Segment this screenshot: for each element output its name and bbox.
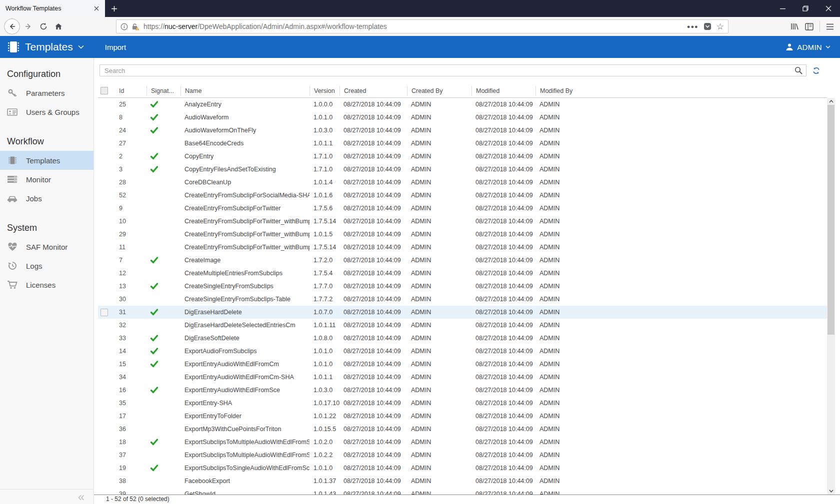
result-count: 1 - 52 of 52 (0 selected) (106, 496, 170, 503)
reload-button[interactable] (36, 19, 51, 34)
back-button[interactable] (4, 18, 20, 34)
signed-check-icon (150, 257, 158, 264)
row-select-cell (98, 306, 115, 319)
row-select-cell (98, 280, 115, 293)
column-header-id[interactable]: Id (115, 86, 146, 96)
menu-hamburger-icon[interactable] (826, 23, 834, 30)
cell-id: 37 (115, 449, 146, 462)
scroll-down-icon[interactable] (827, 488, 835, 495)
table-row[interactable]: 35 ExportEntry-SHA 1.0.17.10 08/27/2018 … (98, 397, 827, 410)
table-row[interactable]: 3 CopyEntryFilesAndSetToExisting 1.7.1.0… (98, 163, 827, 176)
column-header-created-by[interactable]: Created By (407, 86, 472, 96)
table-row[interactable]: 16 ExportEntryAudioWithEdlFromSce 1.0.3.… (98, 384, 827, 397)
vertical-scrollbar[interactable] (827, 98, 835, 495)
table-row[interactable]: 37 ExportSubclipsToMultipleAudioWithEdlF… (98, 449, 827, 462)
table-row[interactable]: 31 DigEraseHardDelete 1.0.7.0 08/27/2018… (98, 306, 827, 319)
column-header-created[interactable]: Created (340, 86, 407, 96)
table-row[interactable]: 36 ExportMp3WithCuePointsForTriton 1.0.1… (98, 423, 827, 436)
search-icon[interactable] (794, 66, 802, 74)
url-bar[interactable]: https://nuc-server/DpeWebApplication/Adm… (116, 19, 728, 33)
column-header-signat[interactable]: Signat... (146, 86, 180, 96)
forward-button[interactable] (21, 19, 36, 34)
table-row[interactable]: 2 CopyEntry 1.7.1.0 08/27/2018 10:44:09 … (98, 150, 827, 163)
table-row[interactable]: 10 CreateEntryFromSubclipForTwitter_with… (98, 215, 827, 228)
table-row[interactable]: 9 CreateEntryFromSubclipForTwitter 1.7.5… (98, 202, 827, 215)
tab-title: Workflow Templates (6, 5, 92, 12)
search-input[interactable] (100, 64, 806, 76)
user-menu[interactable]: ADMIN (786, 43, 834, 51)
scroll-up-icon[interactable] (827, 98, 835, 105)
page-info-icon[interactable] (120, 23, 128, 30)
browser-tab[interactable]: Workflow Templates (0, 0, 105, 17)
cell-signature (146, 293, 180, 306)
menu-item-import[interactable]: Import (105, 43, 126, 51)
close-button[interactable] (817, 0, 840, 17)
table-row[interactable]: 27 Base64EncodeCreds 1.0.1.1 08/27/2018 … (98, 137, 827, 150)
table-row[interactable]: 24 AudioWaveformOnTheFly 1.0.3.0 08/27/2… (98, 124, 827, 137)
table-row[interactable]: 15 ExportEntryAudioWithEdlFromCm 1.0.1.0… (98, 358, 827, 371)
table-row[interactable]: 33 DigEraseSoftDelete 1.0.8.0 08/27/2018… (98, 332, 827, 345)
table-row[interactable]: 38 FacebookExport 1.0.1.37 08/27/2018 10… (98, 475, 827, 488)
library-icon[interactable] (790, 22, 799, 30)
table-row[interactable]: 12 CreateMultipleEntriesFromSubclips 1.7… (98, 267, 827, 280)
scrollbar-thumb[interactable] (828, 105, 834, 335)
cell-modified: 08/27/2018 10:44:09 (472, 176, 536, 189)
cell-version: 1.0.1.11 (310, 319, 340, 332)
refresh-list-icon[interactable] (811, 64, 821, 76)
select-all-checkbox[interactable] (100, 87, 108, 94)
page-actions-icon[interactable]: ●●● (687, 23, 698, 29)
column-header-modified[interactable]: Modified (472, 86, 536, 96)
sidebar-toggle-icon[interactable] (805, 23, 814, 30)
table-row[interactable]: 11 CreateEntryFromSubclipForTwitter_with… (98, 241, 827, 254)
pocket-icon[interactable] (704, 22, 712, 30)
home-button[interactable] (51, 19, 66, 34)
new-tab-button[interactable] (105, 0, 123, 17)
sidebar-item-label: Parameters (26, 89, 65, 97)
title-chevron-down-icon[interactable] (78, 45, 84, 49)
column-header-modified-by[interactable]: Modified By (536, 86, 827, 96)
sidebar-item-templates[interactable]: Templates (0, 151, 94, 170)
cell-modified-by: ADMIN (536, 358, 827, 371)
column-header-name[interactable]: Name (180, 86, 310, 96)
table-row[interactable]: 17 ExportEntryToFolder 1.0.1.22 08/27/20… (98, 410, 827, 423)
table-row[interactable]: 39 GetShowId 1.0.1.43 08/27/2018 10:44:0… (98, 488, 827, 495)
cell-name: FacebookExport (180, 475, 310, 488)
table-row[interactable]: 7 CreateImage 1.7.2.0 08/27/2018 10:44:0… (98, 254, 827, 267)
browser-titlebar: Workflow Templates (0, 0, 840, 17)
table-row[interactable]: 30 CreateSingleEntryFromSubclips-Table 1… (98, 293, 827, 306)
table-row[interactable]: 34 ExportEntryAudioWithEdlFromCm-SHA 1.0… (98, 371, 827, 384)
tab-close-icon[interactable] (92, 4, 101, 13)
sidebar-item-licenses[interactable]: Licenses (0, 275, 94, 294)
minimize-button[interactable] (771, 0, 794, 17)
cell-created-by: ADMIN (407, 449, 472, 462)
row-checkbox[interactable] (100, 309, 108, 316)
sidebar-item-monitor[interactable]: Monitor (0, 170, 94, 189)
sidebar-item-users-groups[interactable]: Users & Groups (0, 102, 94, 121)
table-row[interactable]: 14 ExportAudioFromSubclips 1.0.1.0 08/27… (98, 345, 827, 358)
table-row[interactable]: 19 ExportSubclipsToSingleAudioWithEdlFro… (98, 462, 827, 475)
sidebar-item-parameters[interactable]: Parameters (0, 83, 94, 102)
cell-modified-by: ADMIN (536, 267, 827, 280)
restore-button[interactable] (794, 0, 817, 17)
cell-created-by: ADMIN (407, 202, 472, 215)
sidebar-item-jobs[interactable]: Jobs (0, 189, 94, 208)
table-row[interactable]: 32 DigEraseHardDeleteSelectedEntriesCm 1… (98, 319, 827, 332)
bookmark-star-icon[interactable]: ☆ (716, 21, 724, 32)
table-row[interactable]: 8 AudioWaveform 1.0.1.0 08/27/2018 10:44… (98, 111, 827, 124)
table-row[interactable]: 18 ExportSubclipsToMultipleAudioWithEdlF… (98, 436, 827, 449)
table-row[interactable]: 52 CreateEntryFromSubclipForSocialMedia-… (98, 189, 827, 202)
table-row[interactable]: 13 CreateSingleEntryFromSubclips 1.7.7.0… (98, 280, 827, 293)
cell-modified: 08/27/2018 10:44:09 (472, 215, 536, 228)
sidebar-item-saf-monitor[interactable]: SAF Monitor (0, 237, 94, 256)
page-title[interactable]: Templates (25, 41, 73, 53)
browser-toolbar: https://nuc-server/DpeWebApplication/Adm… (0, 17, 840, 36)
row-select-cell (98, 215, 115, 228)
table-row[interactable]: 25 AnalyzeEntry 1.0.0.0 08/27/2018 10:44… (98, 98, 827, 111)
table-row[interactable]: 29 CreateEntryFromSubclipForTwitter_with… (98, 228, 827, 241)
cell-id: 39 (115, 488, 146, 495)
column-header-version[interactable]: Version (310, 86, 340, 96)
table-row[interactable]: 28 CoreDBCleanUp 1.0.1.4 08/27/2018 10:4… (98, 176, 827, 189)
sidebar-collapse-button[interactable]: « (0, 489, 94, 504)
sidebar-item-logs[interactable]: Logs (0, 256, 94, 275)
insecure-lock-icon[interactable] (132, 23, 140, 30)
